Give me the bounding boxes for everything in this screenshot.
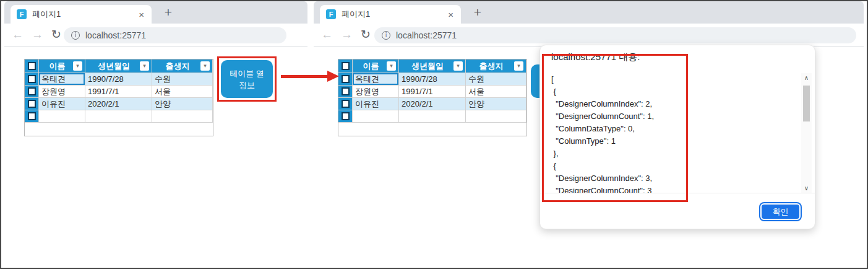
column-header-birthdate[interactable]: 생년월일▾ [399,60,466,73]
row-checkbox[interactable] [28,75,36,83]
filter-dropdown-icon[interactable]: ▾ [140,61,149,71]
cell-birthplace[interactable]: 수원 [152,73,213,86]
back-icon[interactable]: ← [321,28,333,42]
tab-title: 페이지1 [342,9,447,20]
cell-birthplace[interactable]: 수원 [466,73,526,86]
highlight-box-dialog [542,54,688,202]
row-select-cell[interactable] [338,98,353,110]
scroll-down-icon[interactable]: ∨ [801,183,812,193]
scrollbar-thumb[interactable] [803,86,810,121]
select-all-cell[interactable] [338,60,353,73]
table-row: 장원영 1991/7/1 서울 [25,86,213,98]
new-tab-button[interactable]: + [470,4,486,20]
cell-birthdate[interactable]: 1990/7/28 [399,73,466,86]
cell-empty[interactable] [399,110,466,123]
screenshot-canvas: F 페이지1 × + ← → ↻ i localhost:25771 이름▾ 생… [0,0,868,269]
row-select-cell[interactable] [338,110,353,123]
row-select-cell[interactable] [25,110,39,123]
tab-close-icon[interactable]: × [447,10,455,19]
url-text: localhost:25771 [396,30,457,40]
header-checkbox[interactable] [342,62,350,70]
table-row: 이유진 2020/2/1 안양 [25,98,213,110]
address-bar[interactable]: i localhost:25771 [374,27,856,43]
cell-name[interactable]: 옥태견 [39,73,85,86]
select-all-cell[interactable] [25,60,39,73]
row-select-cell[interactable] [338,73,353,86]
site-info-icon[interactable]: i [71,31,80,40]
forward-icon[interactable]: → [32,28,43,42]
row-checkbox[interactable] [342,112,350,120]
column-header-birthdate[interactable]: 생년월일▾ [85,60,152,73]
cell-birthdate[interactable]: 1990/7/28 [85,73,152,86]
column-header-name[interactable]: 이름▾ [39,60,85,73]
row-checkbox[interactable] [342,75,350,83]
site-info-icon[interactable]: i [382,31,390,40]
red-arrow [281,75,328,78]
row-select-cell[interactable] [25,98,39,110]
address-bar[interactable]: i localhost:25771 [64,27,286,43]
row-checkbox[interactable] [28,87,36,95]
data-grid-left: 이름▾ 생년월일▾ 출생지▾ 옥태견 1990/7/28 수원 장원영 1991… [24,59,213,136]
tab-page1[interactable]: F 페이지1 × [320,5,461,24]
cell-name[interactable]: 장원영 [39,86,85,98]
filter-dropdown-icon[interactable]: ▾ [514,61,523,71]
cell-name[interactable]: 장원영 [353,86,399,98]
cell-birthplace[interactable]: 서울 [466,86,526,98]
cell-birthplace[interactable]: 안양 [152,98,213,110]
row-checkbox[interactable] [28,100,36,108]
row-select-cell[interactable] [25,86,39,98]
cell-empty[interactable] [85,110,152,123]
column-header-birthplace[interactable]: 출생지▾ [466,60,526,73]
table-row: 옥태견 1990/7/28 수원 [338,73,526,86]
cell-name[interactable]: 이유진 [39,98,85,110]
favicon-icon: F [326,9,336,19]
browser-window-left: F 페이지1 × + ← → ↻ i localhost:25771 [4,1,307,47]
cell-empty[interactable] [466,110,526,123]
filter-dropdown-icon[interactable]: ▾ [387,61,396,71]
filter-dropdown-icon[interactable]: ▾ [200,61,210,71]
reload-icon[interactable]: ↻ [51,28,61,42]
tab-page1[interactable]: F 페이지1 × [11,5,152,24]
row-select-cell[interactable] [25,73,39,86]
tab-close-icon[interactable]: × [137,10,145,19]
cell-birthplace[interactable]: 서울 [152,86,213,98]
scroll-up-icon[interactable]: ∧ [801,73,812,83]
reload-icon[interactable]: ↻ [361,28,371,42]
cell-birthdate[interactable]: 1991/7/1 [399,86,466,98]
cell-name[interactable]: 이유진 [353,98,399,110]
highlight-box-button [217,56,277,102]
column-header-birthplace[interactable]: 출생지▾ [152,60,213,73]
grid-footer [25,123,213,136]
new-row [25,110,213,123]
row-select-cell[interactable] [338,86,353,98]
table-row: 장원영 1991/7/1 서울 [338,86,526,98]
table-row: 옥태견 1990/7/28 수원 [25,73,213,86]
cell-birthdate[interactable]: 2020/2/1 [85,98,152,110]
filter-dropdown-icon[interactable]: ▾ [73,61,82,71]
row-checkbox[interactable] [342,87,350,95]
browser-window-right: F 페이지1 × + ← → ↻ i localhost:25771 [314,1,864,47]
cell-birthdate[interactable]: 1991/7/1 [85,86,152,98]
column-header-name[interactable]: 이름▾ [353,60,399,73]
forward-icon[interactable]: → [341,28,353,42]
filter-dropdown-icon[interactable]: ▾ [453,61,463,71]
grid-footer [338,123,526,136]
cell-birthplace[interactable]: 안양 [466,98,526,110]
url-text: localhost:25771 [85,30,146,40]
cell-empty[interactable] [353,110,399,123]
cell-name[interactable]: 옥태견 [353,73,399,86]
cell-empty[interactable] [39,110,85,123]
back-icon[interactable]: ← [12,28,24,42]
row-checkbox[interactable] [342,100,350,108]
cell-birthdate[interactable]: 2020/2/1 [399,98,466,110]
ok-button[interactable]: 확인 [762,205,799,219]
favicon-icon: F [17,9,27,19]
header-checkbox[interactable] [28,62,36,70]
row-checkbox[interactable] [28,112,36,120]
new-tab-button[interactable]: + [160,4,176,20]
cell-empty[interactable] [152,110,213,123]
table-row: 이유진 2020/2/1 안양 [338,98,526,110]
dialog-scrollbar[interactable]: ∧ ∨ [801,73,812,193]
browser-toolbar: ← → ↻ i localhost:25771 [4,24,307,47]
new-row [338,110,526,123]
